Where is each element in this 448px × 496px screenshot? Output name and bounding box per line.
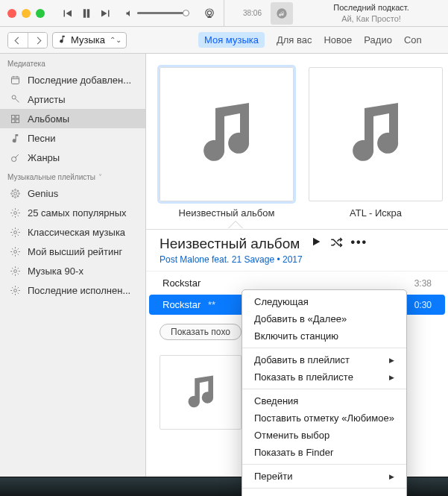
media-type-label: Музыка — [71, 34, 105, 45]
track-duration: 0:30 — [414, 300, 432, 310]
track-badge: ** — [208, 299, 215, 310]
minimize-window-button[interactable] — [22, 9, 31, 18]
menu-item-start-station[interactable]: Включить станцию — [242, 327, 406, 345]
now-playing-title: Последний подкаст. — [333, 2, 408, 13]
now-playing-artwork[interactable] — [271, 2, 293, 25]
sidebar-item-top25[interactable]: 25 самых популярных — [0, 203, 145, 222]
menu-item-copy[interactable]: Скопировать — [242, 492, 406, 496]
sidebar-item-label: Genius — [28, 188, 58, 199]
sidebar-item-label: Жанры — [28, 152, 60, 163]
album-item[interactable]: ATL - Искра — [309, 67, 443, 219]
sidebar-item-albums[interactable]: Альбомы — [0, 109, 145, 128]
menu-item-play-next[interactable]: Следующая — [242, 293, 406, 310]
tab-radio[interactable]: Радио — [364, 34, 392, 45]
section-tabs: Моя музыка Для вас Новое Радио Con — [198, 27, 422, 53]
album-art-placeholder — [309, 67, 443, 201]
sidebar-item-label: Мой высший рейтинг — [28, 246, 122, 257]
now-playing: 38:06 Последний подкаст. Ай, Как Просто! — [224, 0, 441, 26]
menu-item-show-in-finder[interactable]: Показать в Finder — [242, 444, 406, 461]
tab-my-music[interactable]: Моя музыка — [198, 32, 265, 48]
svg-point-1 — [207, 10, 211, 14]
airplay-button[interactable] — [203, 7, 216, 20]
sidebar-item-label: Альбомы — [28, 113, 69, 125]
album-title: Неизвестный альбом — [179, 207, 275, 219]
sidebar-item-artists[interactable]: Артисты — [0, 90, 145, 109]
now-playing-subtitle: Ай, Как Просто! — [341, 13, 401, 24]
svg-point-22 — [13, 289, 16, 292]
sidebar-item-label: Песни — [28, 133, 56, 144]
gear-icon — [9, 284, 21, 296]
detail-subtitle[interactable]: Post Malone feat. 21 Savage • 2017 — [160, 254, 435, 265]
sidebar-item-songs[interactable]: Песни — [0, 128, 145, 148]
svg-point-9 — [13, 192, 16, 195]
sidebar-item-recent-played[interactable]: Последние исполнен... — [0, 280, 145, 300]
menu-separator — [242, 389, 406, 389]
pause-button[interactable] — [79, 6, 94, 21]
disclosure-arrow — [228, 222, 243, 229]
chevron-down-icon: ˅ — [98, 173, 102, 181]
sidebar-item-label: Музыка 90-х — [28, 266, 83, 277]
svg-point-14 — [12, 190, 13, 192]
volume-control[interactable] — [125, 9, 189, 18]
album-item[interactable]: Неизвестный альбом — [160, 67, 294, 219]
chevron-updown-icon: ⌃⌄ — [110, 36, 122, 44]
sidebar-item-recently-added[interactable]: Последние добавлен... — [0, 70, 145, 90]
music-note-icon — [9, 132, 21, 144]
sidebar-item-label: Последние исполнен... — [28, 285, 130, 296]
svg-point-15 — [17, 190, 19, 192]
album-art-placeholder — [160, 67, 294, 201]
more-actions-button[interactable]: ••• — [350, 236, 367, 252]
menu-item-add-to-playlist[interactable]: Добавить в плейлист — [242, 351, 406, 368]
svg-point-11 — [14, 196, 16, 198]
media-type-selector[interactable]: Музыка ⌃⌄ — [52, 32, 127, 48]
svg-rect-6 — [11, 119, 14, 122]
music-note-icon — [57, 34, 67, 46]
menu-item-get-info[interactable]: Сведения — [242, 392, 406, 409]
close-window-button[interactable] — [7, 9, 16, 18]
volume-slider-track[interactable] — [137, 12, 189, 14]
menu-separator — [242, 464, 406, 465]
menu-separator — [242, 488, 406, 489]
track-title: Rockstar — [163, 277, 407, 289]
sidebar-item-genius[interactable]: Genius — [0, 183, 145, 203]
svg-point-20 — [13, 250, 16, 253]
gear-icon — [9, 265, 21, 277]
menu-item-uncheck[interactable]: Отменить выбор — [242, 427, 406, 444]
tab-new[interactable]: Новое — [324, 34, 352, 45]
albums-grid: Неизвестный альбом ATL - Искра — [146, 54, 448, 219]
zoom-window-button[interactable] — [36, 9, 45, 18]
gear-icon — [9, 207, 21, 219]
history-nav — [7, 32, 48, 48]
previous-track-button[interactable] — [60, 6, 75, 21]
sidebar-item-top-rated[interactable]: Мой высший рейтинг — [0, 242, 145, 261]
tab-connect[interactable]: Con — [404, 34, 422, 45]
svg-point-21 — [13, 269, 16, 272]
volume-slider-knob[interactable] — [183, 10, 189, 16]
svg-rect-5 — [16, 115, 19, 118]
shuffle-button[interactable] — [329, 236, 343, 252]
svg-point-19 — [13, 230, 16, 233]
sidebar-header-playlists[interactable]: Музыкальные плейлисты ˅ — [0, 167, 145, 183]
back-button[interactable] — [8, 33, 28, 48]
titlebar: 38:06 Последний подкаст. Ай, Как Просто! — [0, 0, 448, 27]
tab-for-you[interactable]: Для вас — [277, 34, 312, 45]
svg-rect-7 — [16, 119, 19, 122]
menu-item-show-in-playlist[interactable]: Показать в плейлисте — [242, 368, 406, 386]
menu-separator — [242, 348, 406, 348]
sidebar-item-classical[interactable]: Классическая музыка — [0, 222, 145, 242]
sidebar-item-90s[interactable]: Музыка 90-х — [0, 261, 145, 280]
next-track-button[interactable] — [98, 6, 113, 21]
genius-icon — [9, 187, 21, 199]
menu-item-go-to[interactable]: Перейти — [242, 468, 406, 485]
menu-item-love[interactable]: Поставить отметку «Любимое» — [242, 409, 406, 427]
svg-point-13 — [18, 192, 19, 194]
sidebar-item-genres[interactable]: Жанры — [0, 148, 145, 167]
menu-item-add-to-up-next[interactable]: Добавить в «Далее» — [242, 310, 406, 327]
play-album-button[interactable] — [310, 236, 322, 252]
forward-button[interactable] — [28, 33, 47, 48]
show-similar-button[interactable]: Показать похо — [160, 324, 242, 340]
svg-point-12 — [10, 192, 12, 194]
guitar-icon — [9, 151, 21, 163]
svg-point-17 — [17, 195, 19, 197]
album-art-placeholder[interactable] — [160, 355, 242, 430]
